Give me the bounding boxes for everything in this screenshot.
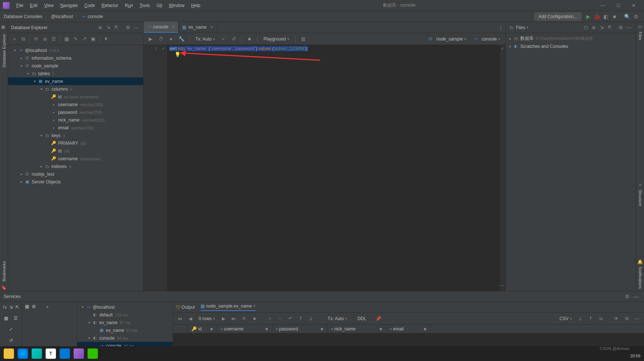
files-tab[interactable]: Files <box>637 29 643 42</box>
open-icon[interactable]: 🗀 <box>581 24 590 32</box>
output-tab[interactable]: 🛡 Output <box>176 305 195 310</box>
prev-icon[interactable]: ◀ <box>186 315 194 323</box>
debug-icon[interactable]: 🐞 <box>592 12 601 21</box>
edge-icon[interactable] <box>32 348 42 359</box>
revert-icon[interactable]: ↶ <box>286 315 294 323</box>
tree-keys[interactable]: ▾🗀keys3 <box>8 132 143 139</box>
stop-icon[interactable]: ■ <box>610 12 619 21</box>
col-nickname[interactable]: ▪nick_name◆ <box>328 325 386 333</box>
notifications-tab[interactable]: Notifications <box>637 264 643 291</box>
tree-col-nick[interactable]: ▪nick_namevarchar(255) <box>8 116 143 124</box>
files-title[interactable]: Files <box>516 25 525 30</box>
pin-icon[interactable]: ● <box>167 35 175 43</box>
close-tab-icon[interactable]: × <box>210 25 213 30</box>
maximize-button[interactable]: ☐ <box>611 1 626 10</box>
first-icon[interactable]: ⏮ <box>176 315 184 323</box>
filter-icon[interactable]: ☰ <box>14 316 18 321</box>
more-tabs-icon[interactable]: ⋮ <box>496 24 505 33</box>
col-username[interactable]: ▪username◆ <box>217 325 272 333</box>
commit-icon[interactable]: ✓ <box>219 35 227 43</box>
hide-icon[interactable]: — <box>625 24 633 32</box>
check-icon[interactable]: ✓ <box>9 327 13 332</box>
tree-indexes[interactable]: ▸🗀indexes3 <box>8 162 143 170</box>
tree-schema-nodejs[interactable]: ▸⌬nodejs_test <box>8 170 143 178</box>
project-icon[interactable]: ▣ <box>1 24 7 30</box>
next-icon[interactable]: ▶ <box>219 315 227 323</box>
menu-git[interactable]: Git <box>153 1 165 10</box>
svc-host[interactable]: ▾⇝@localhost <box>77 303 173 311</box>
stop-icon[interactable]: ■ <box>245 35 254 43</box>
close-tab-icon[interactable]: × <box>172 24 174 29</box>
bookmarks-tab[interactable]: Bookmarks <box>1 259 7 284</box>
add-icon[interactable]: ＋ <box>45 304 50 310</box>
menu-edit[interactable]: Edit <box>27 1 40 10</box>
refresh-icon[interactable]: ⟳ <box>32 35 40 43</box>
target-icon[interactable]: ⊕ <box>590 24 598 32</box>
wechat-icon[interactable] <box>88 348 98 359</box>
menu-run[interactable]: Run <box>122 1 136 10</box>
gear-icon[interactable]: ⚙ <box>124 24 132 32</box>
menu-window[interactable]: Window <box>166 1 188 10</box>
col-id[interactable]: 🔑id◆ <box>188 325 217 333</box>
target-icon[interactable]: ⊕ <box>96 24 104 32</box>
new-tab-icon[interactable]: ⊞ <box>32 304 36 309</box>
svc-console[interactable]: ▾◐console34 ms <box>77 334 173 342</box>
svc-evname-child[interactable]: ▦ev_name57 ms <box>77 326 173 334</box>
search-icon[interactable]: 🔍 <box>623 12 631 21</box>
structure-icon[interactable]: ≡ <box>639 182 641 187</box>
download-icon[interactable]: ⤓ <box>576 315 584 323</box>
add-configuration-button[interactable]: Add Configuration... <box>534 13 581 21</box>
gear-icon[interactable]: ⚙ <box>617 24 625 32</box>
tree-col-password[interactable]: ▪passwordvarchar(255) <box>8 108 143 116</box>
datagrip-icon[interactable] <box>74 348 84 359</box>
playground-selector[interactable]: Playground▾ <box>261 36 291 42</box>
menu-view[interactable]: View <box>41 1 57 10</box>
db-explorer-tab[interactable]: Database Explorer <box>1 32 7 70</box>
group-icon[interactable]: ▦ <box>4 316 8 321</box>
tree-schema-info[interactable]: ▸⌬information_schema <box>8 54 143 62</box>
table-icon[interactable]: ▦ <box>63 35 71 43</box>
submit-icon[interactable]: ⤒ <box>297 315 305 323</box>
gear-icon[interactable]: ⚙ <box>623 292 631 301</box>
wrench-icon[interactable]: 🔧 <box>177 35 185 43</box>
svc-default[interactable]: ◐default123 ms <box>77 311 173 319</box>
schema-selector[interactable]: ⌬node_sample▾ <box>425 35 468 43</box>
tree-host[interactable]: ▾⇝@localhost3 of 6 <box>8 46 143 54</box>
run-icon[interactable]: ▶ <box>584 12 592 21</box>
bell-icon[interactable]: 🔔 <box>637 259 643 264</box>
vscode-icon[interactable] <box>60 348 70 359</box>
tx-mode[interactable]: Tx: Auto▾ <box>325 315 349 322</box>
eye-icon[interactable]: 👁 <box>612 315 620 323</box>
lightbulb-icon[interactable]: 💡 <box>174 52 181 57</box>
stop-icon[interactable]: ■ <box>250 315 258 323</box>
col-email[interactable]: ▪email◆ <box>386 325 431 333</box>
compare-icon[interactable]: ⇆ <box>597 315 605 323</box>
run-query-icon[interactable]: ▶ <box>146 35 155 43</box>
structure-tab[interactable]: Structure <box>637 187 643 208</box>
rollback-icon[interactable]: ↺ <box>9 338 13 343</box>
explorer-icon[interactable] <box>4 348 14 359</box>
minimize-button[interactable]: ― <box>595 1 610 10</box>
add-row-icon[interactable]: ＋ <box>266 315 274 323</box>
coverage-icon[interactable]: ◧ <box>601 12 610 21</box>
upload-icon[interactable]: ⤒ <box>587 315 595 323</box>
typora-icon[interactable]: T <box>46 348 56 359</box>
tab-evname[interactable]: ▦ev_name× <box>178 22 217 33</box>
layout-icon[interactable]: ▥ <box>299 35 307 43</box>
tree-key-username[interactable]: 🔑username(username) <box>8 155 143 162</box>
svc-evname[interactable]: ▾◐ev_name57 ms <box>77 319 173 326</box>
menu-file[interactable]: FFileile <box>13 1 26 10</box>
tree-table-evname[interactable]: ▾▦ev_name <box>8 77 143 85</box>
edit-icon[interactable]: ✎ <box>71 35 79 43</box>
tree-key-primary[interactable]: 🔑PRIMARY(id) <box>8 139 143 147</box>
pin-icon[interactable]: 📌 <box>374 315 382 323</box>
collapse-icon[interactable]: ⇱ <box>112 24 120 32</box>
files-scratch[interactable]: ▸◐Scratches and Consoles <box>506 42 636 50</box>
tx-selector[interactable]: Tx: Auto▾ <box>193 36 217 42</box>
rollback-icon[interactable]: ↺ <box>230 35 238 43</box>
rows-count[interactable]: 0 rows▾ <box>197 315 217 322</box>
group-icon[interactable]: ▦ <box>25 304 29 309</box>
browser-icon[interactable] <box>18 348 28 359</box>
history-icon[interactable]: ⏱ <box>157 35 165 43</box>
ddl-label[interactable]: DDL <box>357 316 366 321</box>
